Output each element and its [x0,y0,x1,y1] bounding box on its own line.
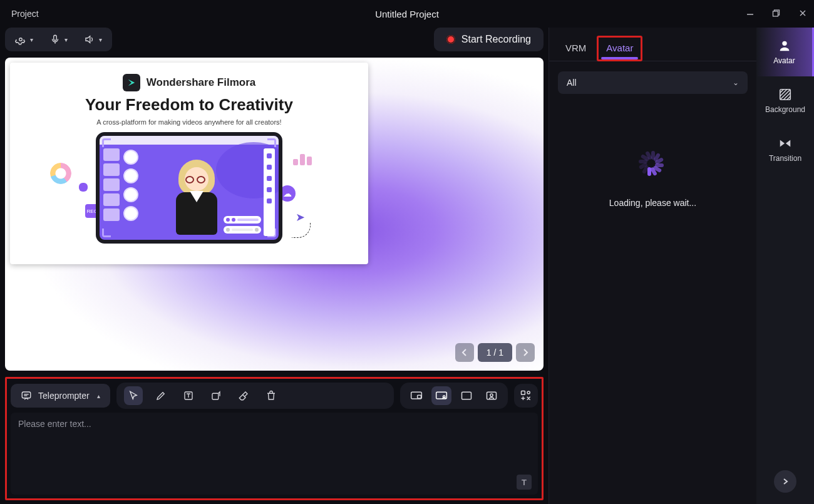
slide-pager: 1 / 1 [455,343,535,362]
canvas-preview[interactable]: Wondershare Filmora Your Freedom to Crea… [5,58,544,371]
dropdown-selected-label: All [567,78,577,88]
window-controls [743,0,810,28]
paper-plane-icon: ➤ [293,210,307,224]
brand-name: Wondershare Filmora [147,76,255,89]
shape-tool-button[interactable] [207,386,225,405]
view-toggles [400,383,508,409]
record-icon [446,35,455,44]
left-column: ▾ ▾ ▾ Start Recording [0,28,549,504]
loading-spinner-icon [636,150,671,185]
layout-manage-button[interactable] [514,384,538,408]
avatar-illustration [170,160,224,235]
capture-tools-group: ▾ ▾ ▾ [5,28,112,51]
svg-rect-2 [773,11,778,16]
chevron-down-icon: ▾ [99,36,102,43]
side-tab-label: Transition [769,154,801,163]
decorative-bars-icon [293,149,314,165]
chevron-down-icon: ▾ [64,36,68,43]
tab-vrm[interactable]: VRM [557,36,595,61]
top-toolbar: ▾ ▾ ▾ Start Recording [5,28,544,51]
svg-rect-20 [522,391,525,395]
text-tool-button[interactable] [179,386,198,405]
cursor-tool-button[interactable] [124,386,143,405]
project-title: Untitled Project [375,9,439,19]
view-pip-avatar-button[interactable] [431,386,451,405]
loading-text: Loading, please wait... [609,198,696,208]
slide-content: Wondershare Filmora Your Freedom to Crea… [10,63,368,264]
filmora-logo-icon [123,74,140,91]
pager-next-button[interactable] [516,343,535,362]
decorative-curve-icon [292,223,311,238]
chevron-down-icon: ▾ [30,36,33,43]
side-tabs: Avatar Background Transition [756,28,814,504]
pen-tool-button[interactable] [152,386,170,405]
collapse-panel-button[interactable] [774,470,796,493]
svg-point-5 [19,38,23,41]
svg-point-22 [782,41,786,46]
svg-rect-18 [487,392,497,399]
slide-headline: Your Freedom to Creativity [10,95,368,115]
view-avatar-only-button[interactable] [482,386,502,405]
title-bar: Project Untitled Project [0,0,814,28]
eraser-tool-button[interactable] [234,386,253,405]
svg-rect-17 [462,392,471,399]
mock-editor-screen [96,132,282,244]
bottom-toolbar-row: Teleprompter ▴ [11,383,538,409]
maximize-button[interactable] [769,9,784,19]
avatar-loading: Loading, please wait... [549,100,756,504]
bottom-panel: Teleprompter ▴ [5,377,544,500]
minimize-button[interactable] [743,9,758,19]
svg-rect-12 [212,393,219,399]
teleprompter-icon [21,390,32,401]
svg-rect-8 [22,392,31,398]
teleprompter-button[interactable]: Teleprompter ▴ [11,384,110,408]
teleprompter-textarea[interactable]: Please enter text... T [11,413,538,495]
svg-point-21 [527,391,530,394]
right-panel-tabs: VRM Avatar [549,28,756,61]
drawing-tools [116,383,394,409]
pager-prev-button[interactable] [455,343,474,362]
start-recording-button[interactable]: Start Recording [434,28,544,51]
chevron-down-icon: ⌄ [733,78,739,87]
side-tab-label: Avatar [773,56,795,65]
right-panel: VRM Avatar All ⌄ Loading, please w [549,28,756,504]
microphone-button[interactable]: ▾ [46,31,71,48]
svg-rect-6 [54,35,57,40]
speaker-button[interactable]: ▾ [80,31,106,48]
svg-marker-7 [128,80,135,86]
main-area: ▾ ▾ ▾ Start Recording [0,28,814,504]
side-tab-background[interactable]: Background [756,76,814,125]
text-format-icon[interactable]: T [517,475,532,490]
view-screen-button[interactable] [406,386,426,405]
side-tab-label: Background [765,105,805,114]
svg-point-19 [490,394,493,396]
clear-tool-button[interactable] [262,386,281,405]
avatar-filter-dropdown[interactable]: All ⌄ [558,71,748,94]
chevron-up-icon: ▴ [97,393,100,399]
decorative-donut-icon [50,163,71,184]
teleprompter-label: Teleprompter [38,391,90,401]
tab-avatar[interactable]: Avatar [597,36,642,61]
side-tab-avatar[interactable]: Avatar [756,28,814,76]
camera-settings-button[interactable]: ▾ [11,31,37,48]
decorative-cube-icon [79,183,88,192]
side-tab-transition[interactable]: Transition [756,125,814,174]
svg-rect-14 [418,395,421,398]
slide-subhead: A cross-platform for making videos anywh… [10,118,368,126]
close-button[interactable] [795,9,810,19]
menu-project[interactable]: Project [6,6,44,21]
pager-label: 1 / 1 [478,343,512,362]
view-fullscreen-button[interactable] [456,386,477,405]
teleprompter-placeholder: Please enter text... [18,419,91,429]
record-label: Start Recording [461,34,531,45]
